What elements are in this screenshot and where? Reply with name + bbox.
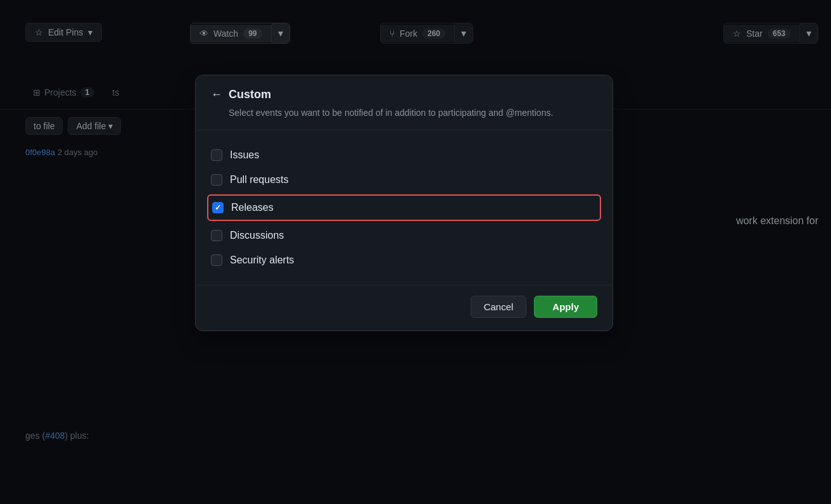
custom-notifications-panel: ← Custom Select events you want to be no… (195, 75, 613, 331)
releases-option[interactable]: Releases (207, 194, 601, 221)
pull-requests-checkbox[interactable] (211, 174, 222, 186)
security-alerts-option[interactable]: Security alerts (211, 248, 597, 272)
issues-checkbox[interactable] (211, 149, 222, 161)
panel-back-row: ← Custom (211, 88, 597, 101)
security-alerts-checkbox[interactable] (211, 255, 222, 266)
back-button[interactable]: ← (211, 88, 222, 101)
panel-body: Issues Pull requests Releases Discussion… (196, 130, 612, 285)
apply-button[interactable]: Apply (534, 296, 597, 318)
discussions-label: Discussions (230, 230, 284, 241)
discussions-checkbox[interactable] (211, 230, 222, 241)
issues-option[interactable]: Issues (211, 143, 597, 167)
panel-footer: Cancel Apply (196, 285, 612, 331)
cancel-button[interactable]: Cancel (471, 296, 527, 318)
panel-title: Custom (229, 88, 271, 101)
security-alerts-label: Security alerts (230, 255, 294, 266)
pull-requests-label: Pull requests (230, 174, 289, 186)
pull-requests-option[interactable]: Pull requests (211, 167, 597, 192)
releases-checkbox[interactable] (212, 202, 224, 213)
panel-header: ← Custom Select events you want to be no… (196, 75, 612, 130)
releases-label: Releases (231, 202, 274, 213)
panel-description: Select events you want to be notified of… (229, 106, 597, 120)
discussions-option[interactable]: Discussions (211, 224, 597, 248)
issues-label: Issues (230, 149, 259, 161)
